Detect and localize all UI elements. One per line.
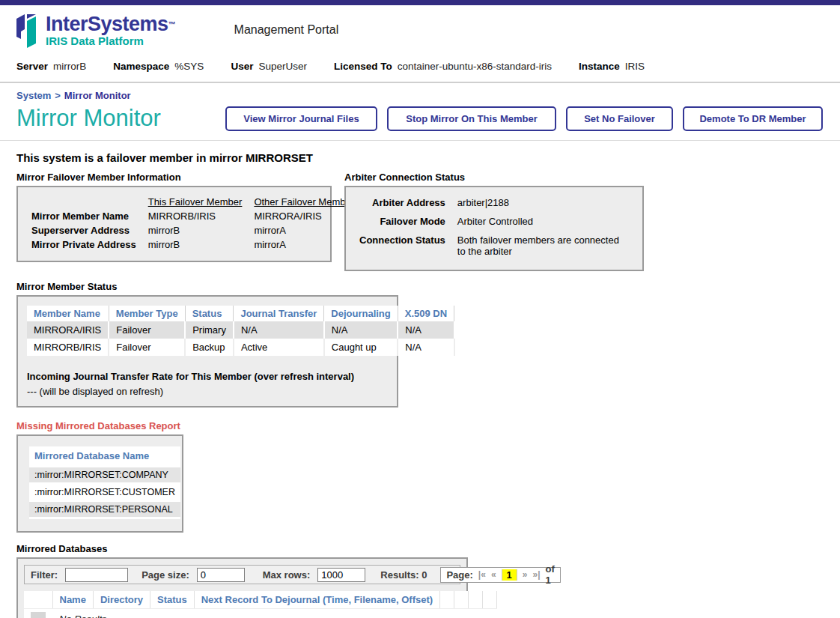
prev-page-icon[interactable]: « — [491, 569, 496, 580]
info-namespace: Namespace%SYS — [113, 61, 204, 72]
member-status-table: Member Name Member Type Status Journal T… — [27, 306, 455, 356]
page-title: Mirror Monitor — [16, 105, 225, 132]
view-mirror-journal-files-button[interactable]: View Mirror Journal Files — [225, 106, 377, 131]
arbiter-table: Arbiter Address arbiter|2188 Failover Mo… — [353, 193, 635, 261]
intersystems-logo: InterSystems™ IRIS Data Platform — [16, 13, 176, 48]
last-page-icon[interactable]: »| — [532, 569, 540, 580]
cell-database-name: :mirror:MIRRORSET:PERSONAL — [29, 501, 180, 518]
cell-database-name: :mirror:MIRRORSET:COMPANY — [29, 467, 180, 484]
table-row: Connection Status Both failover members … — [353, 231, 635, 261]
missing-report-title: Missing Mirrored Databases Report — [16, 420, 840, 431]
failover-info-title: Mirror Failover Member Information — [16, 172, 332, 183]
cell-dejournaling: N/A — [324, 321, 398, 339]
mirrored-databases-panel: Filter: Page size: Max rows: Results: 0 … — [16, 557, 468, 618]
mirror-member-name-label: Mirror Member Name — [25, 209, 142, 223]
mirrored-databases-table: Name Directory Status Next Record To Dej… — [24, 591, 497, 618]
next-page-icon[interactable]: » — [523, 569, 528, 580]
cell-dejournaling: Caught up — [324, 339, 398, 356]
table-row: MIRRORA/IRIS Failover Primary N/A N/A N/… — [27, 321, 454, 339]
demote-to-dr-member-button[interactable]: Demote To DR Member — [683, 106, 823, 131]
info-licensed-to-value: container-ubuntu-x86-standard-iris — [398, 61, 552, 72]
current-page-number: 1 — [502, 569, 517, 581]
info-user-label: User — [231, 61, 253, 72]
journal-transfer-header: Journal Transfer — [234, 306, 324, 321]
max-rows-input[interactable] — [317, 568, 365, 582]
info-namespace-value: %SYS — [174, 61, 204, 72]
missing-report-panel: Mirrored Database Name :mirror:MIRRORSET… — [16, 434, 183, 533]
stop-mirror-button[interactable]: Stop Mirror On This Member — [387, 106, 556, 131]
status-header: Status — [185, 306, 234, 321]
info-server-label: Server — [16, 61, 48, 72]
table-row: Mirror Private Address mirrorB mirrorA — [25, 237, 360, 252]
info-instance-value: IRIS — [625, 61, 645, 72]
no-results-row: No Results — [24, 609, 497, 618]
pagination: Page: |« « 1 » »| of 1 — [440, 567, 560, 583]
table-row: :mirror:MIRRORSET:COMPANY — [29, 467, 180, 484]
empty-header-cell — [440, 591, 454, 609]
logo-subtitle: IRIS Data Platform — [46, 35, 176, 47]
mirrored-databases-section: Mirrored Databases Filter: Page size: Ma… — [16, 543, 840, 618]
mirrored-databases-tablewrap: Name Directory Status Next Record To Dej… — [24, 591, 460, 618]
toolbar: View Mirror Journal Files Stop Mirror On… — [225, 106, 823, 131]
mirrored-database-name-header: Mirrored Database Name — [29, 446, 180, 467]
info-server-value: mirrorB — [53, 61, 86, 72]
member-status-panel: Member Name Member Type Status Journal T… — [16, 295, 398, 408]
cell-member-type: Failover — [109, 321, 185, 339]
mirror-member-name-other: MIRRORA/IRIS — [248, 209, 360, 223]
select-cell — [24, 609, 52, 618]
connection-status-label: Connection Status — [353, 231, 451, 261]
cell-member-name: MIRRORA/IRIS — [27, 321, 109, 339]
journal-transfer-rate-title: Incoming Journal Transfer Rate for This … — [27, 371, 388, 382]
info-server: ServermirrorB — [16, 61, 86, 72]
missing-report-table: Mirrored Database Name :mirror:MIRRORSET… — [29, 446, 180, 519]
info-user: UserSuperUser — [231, 61, 307, 72]
title-row: Mirror Monitor View Mirror Journal Files… — [0, 101, 840, 141]
filter-label: Filter: — [31, 569, 58, 581]
page-size-input[interactable] — [197, 568, 245, 582]
select-column-header — [24, 591, 52, 609]
page-label: Page: — [446, 569, 472, 581]
info-instance-label: Instance — [579, 61, 620, 72]
header: InterSystems™ IRIS Data Platform Managem… — [0, 5, 840, 48]
mirror-member-name-this: MIRRORB/IRIS — [142, 209, 249, 223]
table-header-row: Name Directory Status Next Record To Dej… — [24, 591, 497, 609]
status-header: Status — [150, 591, 195, 609]
table-row: :mirror:MIRRORSET:CUSTOMER — [29, 484, 180, 501]
empty-header-cell — [483, 591, 497, 609]
server-info-bar: ServermirrorB Namespace%SYS UserSuperUse… — [0, 48, 840, 83]
breadcrumb-current: Mirror Monitor — [64, 90, 131, 101]
cell-x509-dn: N/A — [398, 339, 454, 356]
table-row: Arbiter Address arbiter|2188 — [353, 193, 635, 212]
breadcrumb-system-link[interactable]: System — [16, 90, 51, 101]
x509-dn-header: X.509 DN — [398, 306, 454, 321]
table-row: Superserver Address mirrorB mirrorA — [25, 223, 360, 237]
arbiter-title: Arbiter Connection Status — [344, 172, 644, 183]
top-accent-bar — [0, 0, 840, 5]
other-failover-member-header: Other Failover Member — [248, 195, 360, 209]
first-page-icon[interactable]: |« — [478, 569, 486, 580]
cell-status: Primary — [185, 321, 234, 339]
empty-header-cell — [454, 591, 469, 609]
arbiter-panel: Arbiter Address arbiter|2188 Failover Mo… — [344, 186, 644, 271]
set-no-failover-button[interactable]: Set No Failover — [566, 106, 673, 131]
mirror-monitor-page: InterSystems™ IRIS Data Platform Managem… — [0, 0, 840, 618]
superserver-address-other: mirrorA — [248, 223, 360, 237]
failover-info-panel: This Failover Member Other Failover Memb… — [16, 186, 332, 262]
max-rows-label: Max rows: — [263, 569, 311, 581]
logo-trademark: ™ — [168, 20, 176, 28]
table-row: Mirror Member Name MIRRORB/IRIS MIRRORA/… — [25, 209, 360, 223]
mirror-private-address-other: mirrorA — [248, 237, 360, 252]
superserver-address-this: mirrorB — [142, 223, 249, 237]
table-row: MIRRORB/IRIS Failover Backup Active Caug… — [27, 339, 454, 356]
next-record-header: Next Record To Dejournal (Time, Filename… — [194, 591, 439, 609]
cell-status: Backup — [185, 339, 234, 356]
table-row: :mirror:MIRRORSET:PERSONAL — [29, 501, 180, 518]
member-status-section: Mirror Member Status Member Name Member … — [16, 281, 840, 408]
this-failover-member-header: This Failover Member — [142, 195, 249, 209]
filter-input[interactable] — [65, 568, 128, 582]
arbiter-address-value: arbiter|2188 — [451, 193, 635, 212]
cell-x509-dn: N/A — [398, 321, 454, 339]
arbiter-section: Arbiter Connection Status Arbiter Addres… — [344, 172, 644, 271]
intersystems-logo-icon — [16, 13, 39, 48]
directory-header: Directory — [93, 591, 150, 609]
